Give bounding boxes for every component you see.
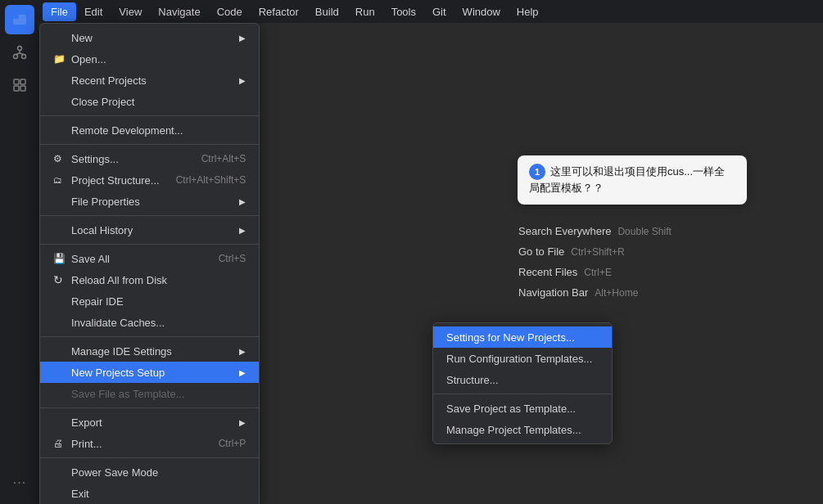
- svg-line-7: [20, 53, 24, 55]
- save-icon: 💾: [53, 253, 68, 264]
- menubar-item-navigate[interactable]: Navigate: [150, 2, 208, 21]
- separator-4: [40, 244, 259, 245]
- menu-item-close-project[interactable]: Close Project: [40, 91, 259, 112]
- menu-item-open[interactable]: 📁 Open...: [40, 48, 259, 70]
- separator-6: [40, 407, 259, 408]
- settings-icon: ⚙: [53, 153, 68, 164]
- menu-item-settings[interactable]: ⚙ Settings... Ctrl+Alt+S: [40, 148, 259, 169]
- menu-item-new-projects-setup[interactable]: New Projects Setup ▶: [40, 362, 259, 383]
- quick-action-search-everywhere[interactable]: Search Everywhere Double Shift: [512, 221, 692, 241]
- quick-actions-panel: Search Everywhere Double Shift Go to Fil…: [512, 221, 692, 303]
- arrow-icon: ▶: [223, 34, 246, 43]
- submenu-separator-1: [433, 394, 612, 394]
- menubar-item-git[interactable]: Git: [424, 2, 454, 21]
- svg-point-2: [18, 47, 22, 51]
- menubar-item-edit[interactable]: Edit: [76, 2, 111, 21]
- svg-rect-10: [14, 86, 19, 91]
- menu-item-manage-project-templates[interactable]: Manage Project Templates...: [433, 419, 612, 440]
- tooltip-bubble: 1这里可以和退出项目使用cus...一样全局配置模板？？: [518, 155, 747, 205]
- arrow-icon-fp: ▶: [223, 197, 246, 206]
- svg-line-6: [16, 53, 20, 55]
- menubar-item-run[interactable]: Run: [347, 2, 383, 21]
- menu-item-exit[interactable]: Exit: [40, 483, 259, 504]
- menu-item-local-history[interactable]: Local History ▶: [40, 219, 259, 241]
- file-menu-dropdown: New ▶ 📁 Open... Recent Projects ▶ Close …: [39, 23, 260, 504]
- menu-item-structure[interactable]: Structure...: [433, 369, 612, 390]
- menu-item-repair-ide[interactable]: Repair IDE: [40, 290, 259, 312]
- menu-item-save-project-template[interactable]: Save Project as Template...: [433, 398, 612, 419]
- separator-5: [40, 336, 259, 337]
- menu-item-reload-all[interactable]: ↻ Reload All from Disk: [40, 269, 259, 290]
- arrow-icon-nps: ▶: [223, 368, 246, 377]
- separator-3: [40, 215, 259, 216]
- menubar-item-code[interactable]: Code: [209, 2, 251, 21]
- menu-item-print[interactable]: 🖨 Print... Ctrl+P: [40, 433, 259, 454]
- structure-icon: 🗂: [53, 175, 68, 185]
- svg-point-3: [14, 55, 18, 59]
- print-icon: 🖨: [53, 438, 68, 449]
- menu-item-save-all[interactable]: 💾 Save All Ctrl+S: [40, 248, 259, 269]
- menubar: File Edit View Navigate Code Refactor Bu…: [39, 0, 823, 23]
- submenu-new-projects-setup: Settings for New Projects... Run Configu…: [432, 322, 613, 444]
- menu-item-file-properties[interactable]: File Properties ▶: [40, 191, 259, 212]
- menu-item-save-file-as-template[interactable]: Save File as Template...: [40, 383, 259, 404]
- arrow-icon-lh: ▶: [223, 226, 246, 235]
- arrow-icon-recent: ▶: [223, 76, 246, 85]
- folder-icon: 📁: [53, 53, 68, 65]
- sidebar-icon-project[interactable]: [5, 5, 34, 34]
- menubar-item-tools[interactable]: Tools: [383, 2, 424, 21]
- arrow-icon-mis: ▶: [223, 347, 246, 356]
- menu-item-new[interactable]: New ▶: [40, 27, 259, 48]
- svg-rect-11: [20, 86, 25, 91]
- separator-7: [40, 457, 259, 458]
- menubar-item-view[interactable]: View: [111, 2, 150, 21]
- menu-item-project-structure[interactable]: 🗂 Project Structure... Ctrl+Alt+Shift+S: [40, 169, 259, 191]
- menu-item-power-save-mode[interactable]: Power Save Mode: [40, 461, 259, 483]
- sidebar-icon-plugins[interactable]: [5, 70, 34, 100]
- separator-1: [40, 115, 259, 116]
- menu-item-export[interactable]: Export ▶: [40, 412, 259, 433]
- menu-item-remote-dev[interactable]: Remote Development...: [40, 119, 259, 141]
- separator-2: [40, 144, 259, 145]
- quick-action-recent-files[interactable]: Recent Files Ctrl+E: [512, 262, 692, 282]
- sidebar-icon-more[interactable]: ···: [5, 468, 34, 497]
- menubar-item-help[interactable]: Help: [509, 2, 547, 21]
- quick-action-goto-file[interactable]: Go to File Ctrl+Shift+R: [512, 241, 692, 262]
- menu-item-invalidate-caches[interactable]: Invalidate Caches...: [40, 312, 259, 333]
- sidebar-bottom: ···: [5, 468, 34, 504]
- arrow-icon-export: ▶: [223, 418, 246, 427]
- svg-rect-8: [14, 79, 19, 84]
- menubar-item-window[interactable]: Window: [454, 2, 509, 21]
- sidebar: ···: [0, 0, 39, 504]
- menubar-item-build[interactable]: Build: [307, 2, 347, 21]
- menubar-item-refactor[interactable]: Refactor: [251, 2, 307, 21]
- menu-item-recent-projects[interactable]: Recent Projects ▶: [40, 70, 259, 91]
- tooltip-badge: 1: [529, 164, 545, 180]
- svg-rect-1: [13, 15, 19, 19]
- tooltip-text: 这里可以和退出项目使用cus...一样全局配置模板？？: [529, 165, 725, 194]
- reload-icon: ↻: [53, 273, 68, 286]
- svg-rect-9: [20, 79, 25, 84]
- menu-item-settings-for-new[interactable]: Settings for New Projects...: [433, 326, 612, 348]
- sidebar-icon-git[interactable]: [5, 38, 34, 67]
- menubar-item-file[interactable]: File: [43, 2, 76, 21]
- menu-item-manage-ide-settings[interactable]: Manage IDE Settings ▶: [40, 340, 259, 362]
- quick-action-navigation-bar[interactable]: Navigation Bar Alt+Home: [512, 282, 692, 303]
- svg-point-4: [22, 55, 26, 59]
- menu-item-run-config-templates[interactable]: Run Configuration Templates...: [433, 348, 612, 369]
